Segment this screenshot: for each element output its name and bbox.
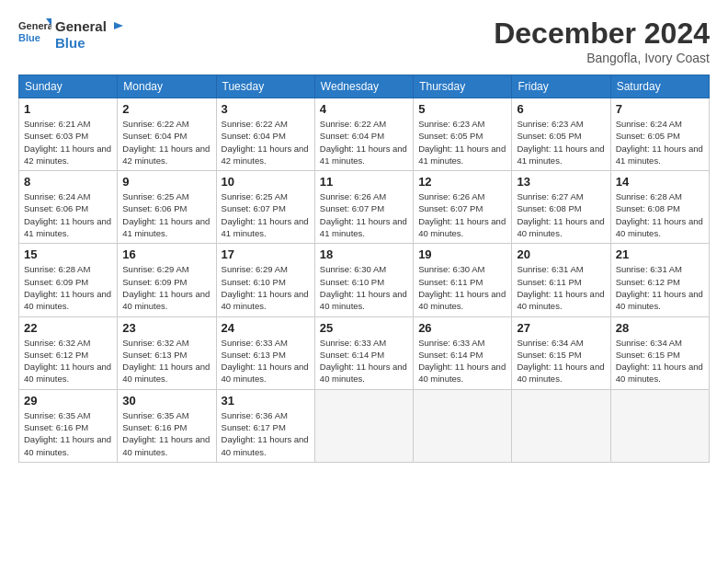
location: Bangofla, Ivory Coast	[494, 51, 710, 65]
day-info: Sunrise: 6:33 AMSunset: 6:13 PMDaylight:…	[222, 337, 310, 385]
col-tuesday: Tuesday	[216, 75, 314, 98]
day-number: 2	[122, 102, 210, 116]
day-info: Sunrise: 6:33 AMSunset: 6:14 PMDaylight:…	[418, 337, 506, 385]
table-row: 8 Sunrise: 6:24 AMSunset: 6:06 PMDayligh…	[19, 171, 118, 244]
table-row: 16 Sunrise: 6:29 AMSunset: 6:09 PMDaylig…	[118, 244, 216, 316]
day-number: 19	[418, 247, 506, 261]
table-row: 18 Sunrise: 6:30 AMSunset: 6:10 PMDaylig…	[314, 244, 413, 316]
day-number: 21	[616, 247, 704, 261]
day-number: 22	[24, 321, 112, 335]
logo-general: General	[55, 18, 125, 35]
table-row: 3 Sunrise: 6:22 AMSunset: 6:04 PMDayligh…	[216, 98, 314, 171]
day-number: 16	[122, 247, 210, 261]
table-row: 24 Sunrise: 6:33 AMSunset: 6:13 PMDaylig…	[216, 316, 314, 389]
day-number: 25	[320, 321, 408, 335]
calendar-week-row: 1 Sunrise: 6:21 AMSunset: 6:03 PMDayligh…	[19, 98, 710, 171]
table-row: 20 Sunrise: 6:31 AMSunset: 6:11 PMDaylig…	[512, 244, 610, 316]
day-info: Sunrise: 6:35 AMSunset: 6:16 PMDaylight:…	[122, 409, 210, 458]
day-number: 9	[122, 175, 210, 189]
day-number: 30	[122, 394, 210, 408]
day-number: 17	[222, 247, 310, 261]
month-title: December 2024	[494, 17, 710, 51]
table-row: 10 Sunrise: 6:25 AMSunset: 6:07 PMDaylig…	[216, 171, 314, 244]
day-info: Sunrise: 6:31 AMSunset: 6:12 PMDaylight:…	[616, 263, 704, 312]
day-number: 23	[122, 321, 210, 335]
table-row: 31 Sunrise: 6:36 AMSunset: 6:17 PMDaylig…	[216, 389, 314, 462]
day-info: Sunrise: 6:24 AMSunset: 6:06 PMDaylight:…	[24, 190, 112, 239]
day-info: Sunrise: 6:22 AMSunset: 6:04 PMDaylight:…	[122, 118, 210, 167]
day-info: Sunrise: 6:28 AMSunset: 6:09 PMDaylight:…	[24, 263, 112, 312]
col-thursday: Thursday	[414, 75, 512, 98]
table-row: 11 Sunrise: 6:26 AMSunset: 6:07 PMDaylig…	[314, 171, 413, 244]
day-info: Sunrise: 6:33 AMSunset: 6:14 PMDaylight:…	[320, 337, 408, 385]
day-info: Sunrise: 6:32 AMSunset: 6:12 PMDaylight:…	[24, 337, 112, 385]
day-number: 18	[320, 247, 408, 261]
day-number: 14	[616, 175, 704, 189]
svg-text:General: General	[18, 20, 51, 31]
logo-text: General Blue	[18, 17, 55, 53]
day-number: 26	[418, 321, 506, 335]
table-row: 4 Sunrise: 6:22 AMSunset: 6:04 PMDayligh…	[314, 98, 413, 171]
day-info: Sunrise: 6:30 AMSunset: 6:11 PMDaylight:…	[418, 263, 506, 312]
title-block: December 2024 Bangofla, Ivory Coast	[494, 17, 710, 65]
day-number: 1	[24, 102, 112, 116]
logo-blue: Blue	[55, 35, 125, 52]
calendar-week-row: 29 Sunrise: 6:35 AMSunset: 6:16 PMDaylig…	[19, 389, 710, 462]
day-number: 8	[24, 175, 112, 189]
day-info: Sunrise: 6:23 AMSunset: 6:05 PMDaylight:…	[418, 118, 506, 167]
day-info: Sunrise: 6:22 AMSunset: 6:04 PMDaylight:…	[320, 118, 408, 167]
table-row: 28 Sunrise: 6:34 AMSunset: 6:15 PMDaylig…	[610, 316, 709, 389]
table-row	[414, 389, 512, 462]
day-info: Sunrise: 6:24 AMSunset: 6:05 PMDaylight:…	[616, 118, 704, 167]
day-number: 12	[418, 175, 506, 189]
day-info: Sunrise: 6:29 AMSunset: 6:10 PMDaylight:…	[222, 263, 310, 312]
table-row	[512, 389, 610, 462]
table-row: 27 Sunrise: 6:34 AMSunset: 6:15 PMDaylig…	[512, 316, 610, 389]
day-number: 28	[616, 321, 704, 335]
table-row: 7 Sunrise: 6:24 AMSunset: 6:05 PMDayligh…	[610, 98, 709, 171]
day-number: 7	[616, 102, 704, 116]
table-row: 14 Sunrise: 6:28 AMSunset: 6:08 PMDaylig…	[610, 171, 709, 244]
day-info: Sunrise: 6:25 AMSunset: 6:06 PMDaylight:…	[122, 190, 210, 239]
day-info: Sunrise: 6:34 AMSunset: 6:15 PMDaylight:…	[517, 337, 605, 385]
table-row: 5 Sunrise: 6:23 AMSunset: 6:05 PMDayligh…	[414, 98, 512, 171]
table-row: 6 Sunrise: 6:23 AMSunset: 6:05 PMDayligh…	[512, 98, 610, 171]
day-info: Sunrise: 6:32 AMSunset: 6:13 PMDaylight:…	[122, 337, 210, 385]
day-number: 31	[222, 394, 310, 408]
table-row: 25 Sunrise: 6:33 AMSunset: 6:14 PMDaylig…	[314, 316, 413, 389]
table-row: 9 Sunrise: 6:25 AMSunset: 6:06 PMDayligh…	[118, 171, 216, 244]
col-friday: Friday	[512, 75, 610, 98]
calendar-table: Sunday Monday Tuesday Wednesday Thursday…	[18, 75, 710, 463]
logo-flag-icon	[112, 21, 125, 34]
day-info: Sunrise: 6:35 AMSunset: 6:16 PMDaylight:…	[24, 409, 112, 458]
table-row	[610, 389, 709, 462]
day-number: 6	[517, 102, 605, 116]
day-number: 13	[517, 175, 605, 189]
logo: General Blue General Blue	[18, 17, 125, 53]
col-monday: Monday	[118, 75, 216, 98]
day-info: Sunrise: 6:26 AMSunset: 6:07 PMDaylight:…	[418, 190, 506, 239]
table-row: 15 Sunrise: 6:28 AMSunset: 6:09 PMDaylig…	[19, 244, 118, 316]
calendar-week-row: 8 Sunrise: 6:24 AMSunset: 6:06 PMDayligh…	[19, 171, 710, 244]
table-row: 23 Sunrise: 6:32 AMSunset: 6:13 PMDaylig…	[118, 316, 216, 389]
day-info: Sunrise: 6:34 AMSunset: 6:15 PMDaylight:…	[616, 337, 704, 385]
day-info: Sunrise: 6:22 AMSunset: 6:04 PMDaylight:…	[222, 118, 310, 167]
svg-text:Blue: Blue	[18, 32, 40, 43]
day-info: Sunrise: 6:21 AMSunset: 6:03 PMDaylight:…	[24, 118, 112, 167]
day-number: 3	[222, 102, 310, 116]
day-info: Sunrise: 6:36 AMSunset: 6:17 PMDaylight:…	[222, 409, 310, 458]
col-wednesday: Wednesday	[314, 75, 413, 98]
header: General Blue General Blue Dece	[18, 17, 710, 65]
calendar-week-row: 15 Sunrise: 6:28 AMSunset: 6:09 PMDaylig…	[19, 244, 710, 316]
day-number: 15	[24, 247, 112, 261]
day-number: 10	[222, 175, 310, 189]
day-info: Sunrise: 6:30 AMSunset: 6:10 PMDaylight:…	[320, 263, 408, 312]
calendar-header-row: Sunday Monday Tuesday Wednesday Thursday…	[19, 75, 710, 98]
table-row: 19 Sunrise: 6:30 AMSunset: 6:11 PMDaylig…	[414, 244, 512, 316]
col-sunday: Sunday	[19, 75, 118, 98]
table-row: 29 Sunrise: 6:35 AMSunset: 6:16 PMDaylig…	[19, 389, 118, 462]
svg-marker-4	[114, 22, 123, 29]
day-info: Sunrise: 6:25 AMSunset: 6:07 PMDaylight:…	[222, 190, 310, 239]
day-info: Sunrise: 6:31 AMSunset: 6:11 PMDaylight:…	[517, 263, 605, 312]
logo-icon: General Blue	[18, 17, 51, 50]
